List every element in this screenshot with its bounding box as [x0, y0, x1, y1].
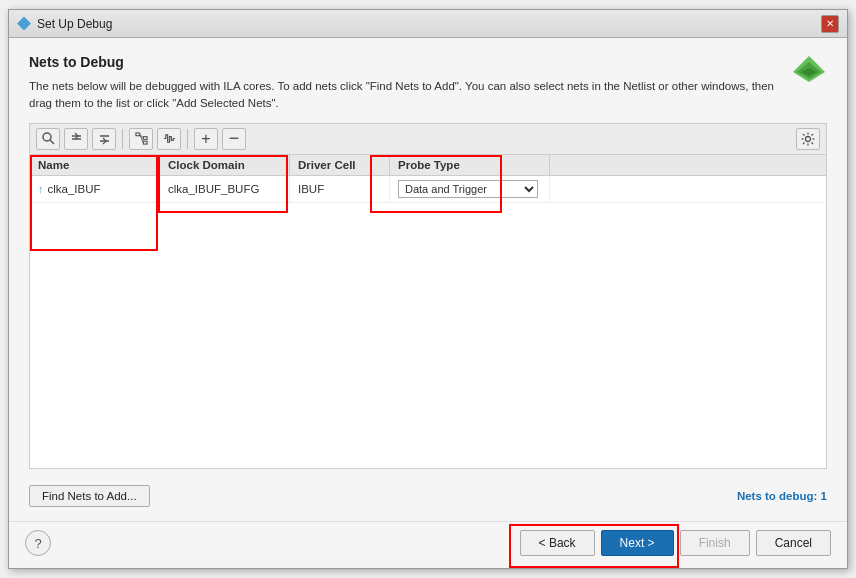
table-row[interactable]: ↑ clka_IBUF clka_IBUF_BUFG IBUF Data and…: [30, 176, 826, 203]
cell-probe-type: Data and Trigger Data Only Trigger Only: [390, 176, 550, 202]
table-body: ↑ clka_IBUF clka_IBUF_BUFG IBUF Data and…: [30, 176, 826, 376]
button-row: ? < Back Next > Finish Cancel: [9, 521, 847, 568]
probe-type-select[interactable]: Data and Trigger Data Only Trigger Only: [398, 180, 538, 198]
svg-rect-11: [143, 141, 147, 144]
table-header: Name Clock Domain Driver Cell Probe Type: [30, 155, 826, 176]
col-driver-cell: Driver Cell: [290, 155, 390, 175]
title-bar-left: Set Up Debug: [17, 17, 112, 31]
search-button[interactable]: [36, 128, 60, 150]
dialog-icon: [17, 17, 31, 31]
help-button[interactable]: ?: [25, 530, 51, 556]
nets-count: Nets to debug: 1: [737, 490, 827, 502]
title-bar: Set Up Debug ✕: [9, 10, 847, 38]
waveform-button[interactable]: [157, 128, 181, 150]
find-nets-button[interactable]: Find Nets to Add...: [29, 485, 150, 507]
col-probe-type: Probe Type: [390, 155, 550, 175]
collapse-button[interactable]: [64, 128, 88, 150]
remove-button[interactable]: −: [222, 128, 246, 150]
settings-button[interactable]: [796, 128, 820, 150]
col-clock-domain: Clock Domain: [160, 155, 290, 175]
cell-clock-domain: clka_IBUF_BUFG: [160, 176, 290, 202]
back-button[interactable]: < Back: [520, 530, 595, 556]
cell-name: ↑ clka_IBUF: [30, 176, 160, 202]
toolbar-separator-1: [122, 129, 123, 149]
section-title: Nets to Debug: [29, 54, 791, 70]
svg-rect-9: [135, 133, 139, 136]
setup-debug-dialog: Set Up Debug ✕ Nets to Debug The nets be…: [8, 9, 848, 569]
toolbar: + −: [29, 123, 827, 154]
dialog-title: Set Up Debug: [37, 17, 112, 31]
header-block: Nets to Debug The nets below will be deb…: [29, 54, 791, 113]
nets-table: Name Clock Domain Driver Cell Probe Type…: [29, 154, 827, 470]
col-name: Name: [30, 155, 160, 175]
table-wrapper: + −: [29, 123, 827, 470]
svg-line-19: [803, 134, 805, 136]
cancel-button[interactable]: Cancel: [756, 530, 831, 556]
svg-line-20: [812, 142, 814, 144]
svg-line-21: [812, 134, 814, 136]
expand-button[interactable]: [92, 128, 116, 150]
net-icon: ↑: [38, 183, 44, 195]
svg-point-14: [806, 136, 811, 141]
hierarchy-button[interactable]: [129, 128, 153, 150]
toolbar-separator-2: [187, 129, 188, 149]
svg-point-3: [43, 133, 51, 141]
cell-driver-cell: IBUF: [290, 176, 390, 202]
svg-rect-10: [143, 137, 147, 140]
vivado-logo: [791, 54, 827, 90]
close-button[interactable]: ✕: [821, 15, 839, 33]
finish-button[interactable]: Finish: [680, 530, 750, 556]
nav-buttons: < Back Next > Finish Cancel: [520, 530, 831, 556]
bottom-bar: Find Nets to Add... Nets to debug: 1: [29, 479, 827, 511]
next-button[interactable]: Next >: [601, 530, 674, 556]
description-text: The nets below will be debugged with ILA…: [29, 78, 791, 113]
svg-line-4: [50, 140, 54, 144]
add-button[interactable]: +: [194, 128, 218, 150]
content-area: Nets to Debug The nets below will be deb…: [9, 38, 847, 521]
svg-line-22: [803, 142, 805, 144]
